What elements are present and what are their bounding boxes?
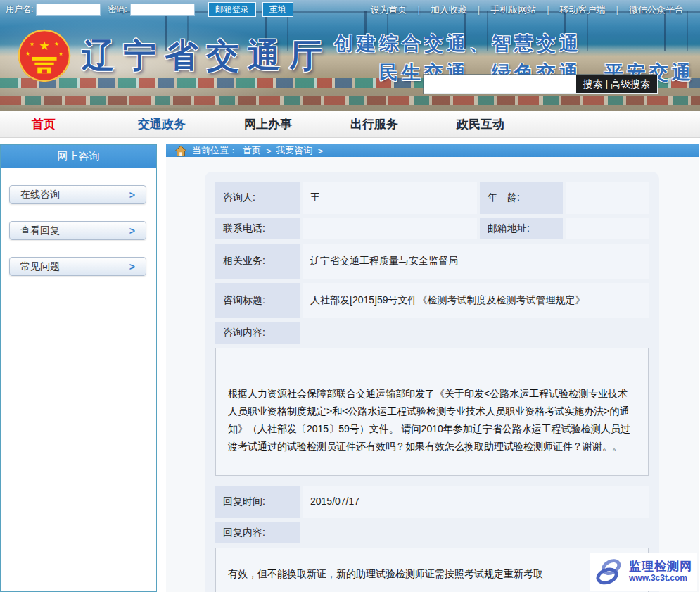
- sidebar-divider: [9, 306, 148, 306]
- breadcrumb-home-link[interactable]: 首页: [243, 144, 261, 157]
- age-label: 年 龄:: [480, 182, 563, 214]
- breadcrumb-label: 当前位置：: [192, 144, 238, 157]
- sidebar-item-view-replies[interactable]: 查看回复 >: [9, 221, 146, 240]
- nav-item-online-services[interactable]: 网上办事: [244, 116, 350, 132]
- main-panel: 当前位置： 首页 > 我要咨询 > 咨询人: 王 年 龄: 联系电话: 邮箱地址…: [166, 144, 699, 592]
- svg-text:★: ★: [30, 41, 34, 47]
- email-value: [566, 218, 649, 239]
- business-label: 相关业务:: [215, 244, 300, 279]
- chevron-right-icon: >: [129, 189, 135, 201]
- national-emblem-logo: ★ ★ ★ ★ ★: [17, 28, 72, 83]
- add-favorite-link[interactable]: 加入收藏: [420, 4, 478, 16]
- breadcrumb-current-link[interactable]: 我要咨询: [276, 144, 313, 157]
- home-icon: [174, 145, 187, 157]
- sidebar-title: 网上咨询: [1, 145, 156, 168]
- svg-text:★: ★: [25, 51, 30, 57]
- chevron-right-icon: >: [129, 225, 135, 237]
- email-login-button[interactable]: 邮箱登录: [208, 2, 256, 17]
- business-value: 辽宁省交通工程质量与安全监督局: [303, 244, 649, 279]
- main-nav: 首页 交通政务 网上办事 出行服务 政民互动: [0, 111, 700, 138]
- phone-value: [303, 218, 477, 239]
- content-label: 咨询内容:: [215, 322, 300, 344]
- email-label: 邮箱地址:: [480, 218, 563, 239]
- mobile-client-link[interactable]: 移动客户端: [549, 4, 616, 16]
- nav-item-home[interactable]: 首页: [32, 116, 138, 132]
- divider: |: [616, 4, 618, 15]
- breadcrumb: 当前位置： 首页 > 我要咨询 >: [166, 144, 699, 157]
- username-input[interactable]: [36, 4, 101, 16]
- containers-photo-row2: [0, 96, 700, 105]
- spacer: [303, 522, 649, 543]
- title-label: 咨询标题:: [215, 283, 300, 318]
- consultant-label: 咨询人:: [215, 182, 300, 214]
- sidebar-item-faq[interactable]: 常见问题 >: [9, 257, 146, 276]
- nav-item-public-interaction[interactable]: 政民互动: [457, 116, 563, 132]
- page-title: 辽宁省交通厅: [82, 34, 331, 78]
- reset-button[interactable]: 重填: [262, 2, 293, 17]
- set-homepage-link[interactable]: 设为首页: [359, 4, 417, 16]
- site-brand: ★ ★ ★ ★ ★ 辽宁省交通厅: [17, 28, 331, 83]
- rings-logo-icon: [593, 555, 627, 588]
- watermark-badge: 监理检测网 www.3c3t.com: [590, 553, 697, 591]
- nav-item-transport-affairs[interactable]: 交通政务: [138, 116, 244, 132]
- consultation-content-text: 根据人力资源社会保障部联合交通运输部印发了《关于印发<公路水运工程试验检测专业技…: [215, 348, 649, 476]
- svg-text:★: ★: [58, 51, 63, 57]
- header-banner: 用户名: 密码: 邮箱登录 重填 设为首页| 加入收藏| 手机版网站| 移动客户…: [0, 0, 700, 111]
- divider: |: [417, 4, 419, 15]
- divider: |: [547, 4, 549, 15]
- sidebar-item-label: 常见问题: [20, 260, 60, 273]
- watermark-text: 监理检测网 www.3c3t.com: [629, 560, 692, 583]
- reply-content-label: 回复内容:: [215, 522, 300, 543]
- age-value: [566, 182, 649, 214]
- sidebar-item-label: 查看回复: [20, 225, 60, 237]
- consultation-detail: 咨询人: 王 年 龄: 联系电话: 邮箱地址: 相关业务: 辽宁省交通工程质量与…: [166, 157, 699, 592]
- top-links: 设为首页| 加入收藏| 手机版网站| 移动客户端| 微信公众平台: [359, 4, 694, 16]
- phone-label: 联系电话:: [215, 218, 300, 239]
- content-area: 网上咨询 在线咨询 > 查看回复 > 常见问题 > 当前位置： 首页 > 我要咨…: [0, 138, 700, 592]
- spacer: [303, 322, 649, 344]
- divider: |: [478, 4, 480, 15]
- username-label: 用户名:: [6, 4, 33, 15]
- watermark-url: www.3c3t.com: [629, 574, 692, 584]
- password-input[interactable]: [130, 4, 195, 16]
- chevron-right-icon: >: [129, 261, 135, 272]
- site-search: 搜索 | 高级搜索: [424, 75, 658, 94]
- sidebar: 网上咨询 在线咨询 > 查看回复 > 常见问题 >: [0, 144, 157, 592]
- svg-text:★: ★: [54, 41, 59, 47]
- reply-time-label: 回复时间:: [215, 486, 300, 518]
- consultant-value: 王: [303, 182, 477, 214]
- login-bar: 用户名: 密码: 邮箱登录 重填 设为首页| 加入收藏| 手机版网站| 移动客户…: [0, 0, 700, 19]
- wechat-public-link[interactable]: 微信公众平台: [618, 4, 694, 16]
- nav-item-travel-services[interactable]: 出行服务: [350, 116, 457, 132]
- consultation-table: 咨询人: 王 年 龄: 联系电话: 邮箱地址: 相关业务: 辽宁省交通工程质量与…: [215, 182, 649, 592]
- breadcrumb-separator: >: [318, 146, 324, 156]
- password-label: 密码:: [108, 4, 127, 15]
- reply-time-value: 2015/07/17: [303, 486, 649, 518]
- svg-text:★: ★: [39, 39, 50, 53]
- sidebar-item-online-consult[interactable]: 在线咨询 >: [9, 185, 146, 204]
- reply-text: 有效，但不能换取新证，新的助理试验检测师证需按照考试规定重新考取: [215, 548, 649, 592]
- sidebar-item-label: 在线咨询: [20, 189, 60, 201]
- consultation-card: 咨询人: 王 年 龄: 联系电话: 邮箱地址: 相关业务: 辽宁省交通工程质量与…: [205, 172, 659, 592]
- search-input[interactable]: [424, 75, 576, 93]
- mobile-site-link[interactable]: 手机版网站: [480, 4, 547, 16]
- search-button[interactable]: 搜索 | 高级搜索: [576, 75, 657, 93]
- watermark-site-name: 监理检测网: [629, 560, 692, 574]
- slogan-line1: 创建综合交通、智慧交通: [334, 31, 694, 56]
- breadcrumb-separator: >: [266, 146, 272, 156]
- title-value: 人社部发[2015]59号文件《检测考试制度及检测考试管理规定》: [303, 283, 649, 318]
